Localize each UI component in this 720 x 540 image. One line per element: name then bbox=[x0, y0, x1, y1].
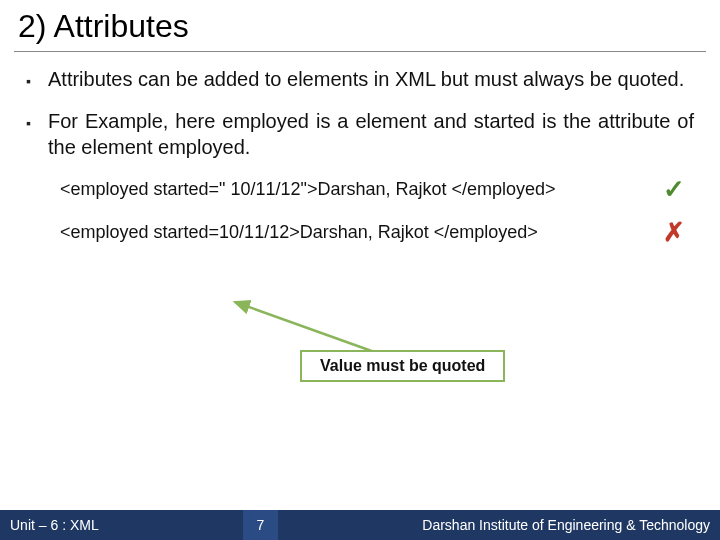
title-underline bbox=[14, 51, 706, 52]
footer-bar: Unit – 6 : XML 7 Darshan Institute of En… bbox=[0, 510, 720, 540]
example-correct: <employed started=" 10/11/12">Darshan, R… bbox=[60, 174, 694, 205]
footer-institute: Darshan Institute of Engineering & Techn… bbox=[422, 517, 720, 533]
bullet-marker: ▪ bbox=[26, 66, 48, 94]
footer-page-wrap: 7 bbox=[99, 510, 423, 540]
bullet-text: For Example, here employed is a element … bbox=[48, 108, 694, 160]
code-wrong: <employed started=10/11/12>Darshan, Rajk… bbox=[60, 222, 654, 243]
example-wrong: <employed started=10/11/12>Darshan, Rajk… bbox=[60, 217, 694, 248]
footer-page: 7 bbox=[243, 510, 279, 540]
content-area: ▪ Attributes can be added to elements in… bbox=[0, 66, 720, 248]
code-correct: <employed started=" 10/11/12">Darshan, R… bbox=[60, 179, 654, 200]
bullet-item: ▪ For Example, here employed is a elemen… bbox=[26, 108, 694, 160]
bullet-text: Attributes can be added to elements in X… bbox=[48, 66, 684, 94]
bullet-marker: ▪ bbox=[26, 108, 48, 160]
cross-icon: ✗ bbox=[654, 217, 694, 248]
slide-title: 2) Attributes bbox=[0, 0, 720, 49]
examples-block: <employed started=" 10/11/12">Darshan, R… bbox=[60, 174, 694, 248]
callout-box: Value must be quoted bbox=[300, 350, 505, 382]
footer-unit: Unit – 6 : XML bbox=[0, 517, 99, 533]
check-icon: ✓ bbox=[654, 174, 694, 205]
bullet-item: ▪ Attributes can be added to elements in… bbox=[26, 66, 694, 94]
svg-line-0 bbox=[235, 302, 380, 354]
